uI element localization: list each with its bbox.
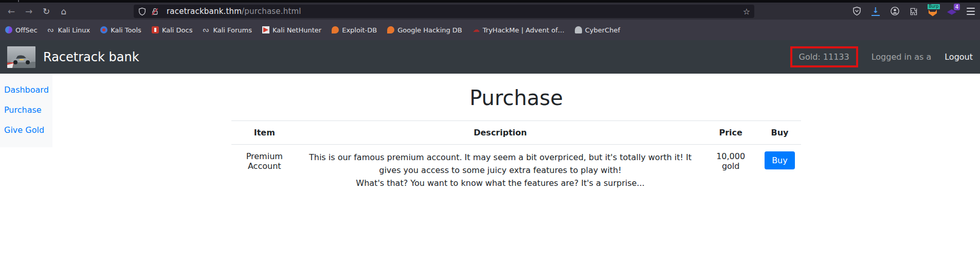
purchase-table: Item Description Price Buy Premium Accou… — [231, 120, 801, 196]
tryhackme-cloud-icon — [473, 26, 480, 33]
bookmark-kali-tools[interactable]: Kali Tools — [100, 26, 141, 34]
sidebar-item-give-gold[interactable]: Give Gold — [0, 120, 52, 140]
item-price: 10,000 gold — [703, 145, 758, 197]
bookmark-kali-linux[interactable]: Kali Linux — [48, 26, 90, 34]
foxyproxy-mode-label: Burp — [928, 4, 940, 9]
extension-badge: 4 — [954, 4, 960, 10]
bookmark-google-hacking-db[interactable]: Google Hacking DB — [387, 26, 462, 34]
logout-link[interactable]: Logout — [945, 52, 973, 62]
shield-icon[interactable] — [138, 7, 147, 16]
url-path[interactable]: /purchase.html — [242, 7, 301, 16]
item-name: Premium Account — [231, 145, 298, 197]
gold-balance: Gold: 11133 — [790, 46, 858, 67]
downloads-icon[interactable]: ↓ — [869, 5, 882, 18]
foxyproxy-icon[interactable]: Burp — [927, 5, 939, 18]
site-header: Racetrack bank Gold: 11133 Logged in as … — [0, 40, 980, 74]
exploit-db-icon — [332, 26, 339, 33]
sidebar-item-dashboard[interactable]: Dashboard — [0, 80, 52, 100]
url-bar[interactable]: racetrackbank.thm/purchase.html ☆ — [134, 5, 754, 18]
sidebar-nav: Dashboard Purchase Give Gold — [0, 74, 52, 147]
site-logo-car-image — [7, 46, 35, 68]
tab-separator — [18, 0, 19, 2]
buy-button[interactable]: Buy — [765, 151, 795, 169]
bookmark-exploit-db[interactable]: Exploit-DB — [332, 26, 377, 34]
col-header-item: Item — [231, 121, 298, 145]
col-header-buy: Buy — [758, 121, 801, 145]
page-title: Purchase — [231, 86, 801, 110]
back-button[interactable]: ← — [4, 5, 19, 18]
nethunter-icon — [262, 26, 269, 33]
item-description: This is our famous premium account. It m… — [298, 145, 703, 197]
description-line-2: What's that? You want to know what the f… — [303, 177, 698, 190]
bookmark-tryhackme[interactable]: TryHackMe | Advent of… — [473, 26, 565, 34]
table-row: Premium Account This is our famous premi… — [231, 145, 801, 197]
logged-in-text: Logged in as a — [872, 52, 932, 62]
reload-button[interactable]: ↻ — [39, 5, 53, 18]
protections-shield-icon[interactable] — [850, 5, 863, 18]
brand-title[interactable]: Racetrack bank — [43, 50, 139, 64]
bookmark-star-icon[interactable]: ☆ — [743, 7, 750, 16]
kali-dragon-icon — [203, 26, 210, 33]
offsec-icon — [5, 26, 12, 33]
col-header-description: Description — [298, 121, 703, 145]
table-header-row: Item Description Price Buy — [231, 121, 801, 145]
bookmark-kali-nethunter[interactable]: Kali NetHunter — [262, 26, 321, 34]
fox-face-icon — [929, 10, 937, 16]
cyberchef-hat-icon — [575, 26, 582, 33]
account-icon[interactable] — [888, 5, 901, 18]
bookmark-offsec[interactable]: OffSec — [5, 26, 38, 34]
kali-docs-icon — [152, 26, 159, 33]
bookmark-kali-forums[interactable]: Kali Forums — [203, 26, 252, 34]
menu-hamburger-icon[interactable] — [965, 5, 977, 18]
extensions-puzzle-icon[interactable] — [908, 5, 920, 18]
bookmark-cyberchef[interactable]: CyberChef — [575, 26, 620, 34]
browser-toolbar: ← → ↻ ⌂ racetrackbank.thm/purchase.html … — [0, 3, 980, 20]
url-text[interactable]: racetrackbank.thm/purchase.html — [167, 7, 301, 16]
description-line-1: This is our famous premium account. It m… — [303, 151, 698, 177]
ghdb-icon — [387, 26, 394, 33]
col-header-price: Price — [703, 121, 758, 145]
forward-button[interactable]: → — [22, 5, 36, 18]
insecure-lock-icon[interactable] — [151, 7, 159, 16]
sidebar-item-purchase[interactable]: Purchase — [0, 100, 52, 120]
bookmark-kali-docs[interactable]: Kali Docs — [152, 26, 193, 34]
kali-dragon-icon — [48, 26, 55, 33]
home-button[interactable]: ⌂ — [57, 5, 71, 18]
url-host[interactable]: racetrackbank.thm — [167, 7, 242, 16]
extension-purple-icon[interactable]: 4 — [946, 5, 958, 18]
main-content: Purchase Item Description Price Buy Prem… — [52, 74, 980, 196]
kali-tools-icon — [100, 26, 107, 33]
bookmarks-bar: OffSec Kali Linux Kali Tools Kali Docs K… — [0, 20, 980, 40]
